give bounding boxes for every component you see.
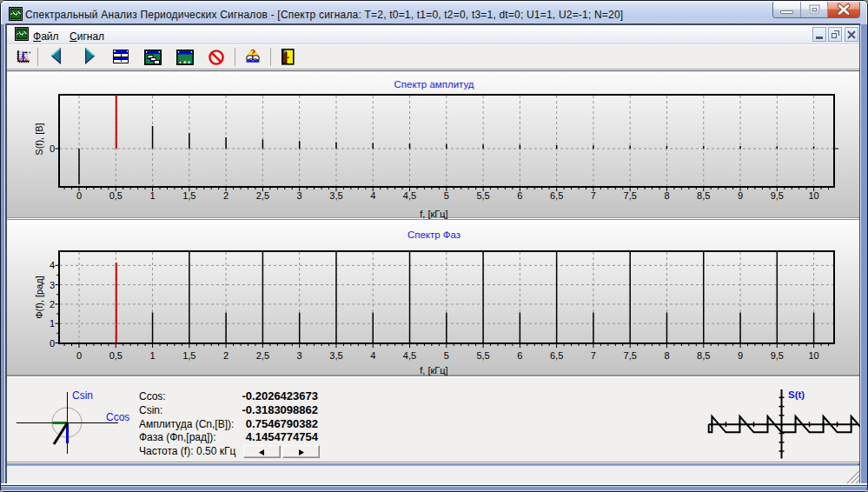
svg-text:6: 6 [517, 350, 522, 361]
svg-text:5: 5 [444, 190, 449, 201]
svg-text:6: 6 [517, 190, 522, 201]
svg-text:Csin: Csin [72, 389, 93, 402]
svg-text:5,5: 5,5 [476, 190, 489, 201]
svg-text:Ccos: Ccos [106, 411, 129, 423]
svg-text:f, [кГц]: f, [кГц] [420, 209, 447, 219]
svg-text:6,5: 6,5 [550, 190, 563, 201]
svg-text:4,5: 4,5 [403, 350, 416, 361]
svg-text:f, [кГц]: f, [кГц] [420, 365, 447, 376]
svg-text:3: 3 [297, 190, 302, 201]
svg-text:2: 2 [50, 299, 55, 309]
svg-text:7: 7 [591, 350, 596, 361]
svg-text:8,5: 8,5 [697, 350, 710, 361]
svg-text:9,5: 9,5 [771, 350, 784, 361]
svg-text:4: 4 [370, 190, 375, 201]
svg-text:S(f), [В]: S(f), [В] [34, 123, 44, 155]
svg-text:1,5: 1,5 [182, 190, 195, 201]
svg-text:8,5: 8,5 [697, 190, 710, 201]
svg-text:3,5: 3,5 [329, 190, 342, 201]
svg-text:3: 3 [297, 350, 302, 361]
svg-text:10: 10 [808, 190, 818, 201]
svg-text:0: 0 [76, 350, 82, 361]
svg-text:4: 4 [50, 260, 55, 270]
svg-text:0: 0 [76, 190, 82, 201]
svg-text:?: ? [250, 48, 255, 59]
svg-text:8: 8 [664, 190, 669, 201]
svg-text:2: 2 [223, 190, 229, 201]
svg-text:2,5: 2,5 [256, 190, 269, 201]
svg-text:7,5: 7,5 [624, 350, 637, 361]
svg-text:Спектр амплитуд: Спектр амплитуд [394, 79, 474, 90]
svg-text:0,5: 0,5 [109, 190, 123, 201]
svg-text:8: 8 [664, 350, 669, 361]
svg-text:4: 4 [370, 350, 375, 361]
svg-text:7: 7 [591, 190, 596, 201]
svg-text:1: 1 [149, 190, 155, 201]
svg-text:3,5: 3,5 [329, 350, 342, 361]
svg-text:3: 3 [50, 280, 55, 290]
svg-text:1: 1 [149, 350, 155, 361]
svg-text:1: 1 [50, 318, 55, 329]
svg-text:5,5: 5,5 [476, 350, 489, 361]
svg-text:0: 0 [50, 338, 55, 349]
svg-text:2: 2 [223, 350, 229, 361]
svg-text:2,5: 2,5 [256, 350, 269, 361]
svg-text:1,5: 1,5 [182, 350, 195, 361]
svg-text:5: 5 [444, 350, 449, 361]
svg-text:9: 9 [738, 350, 743, 361]
svg-text:Ф(f), [рад]: Ф(f), [рад] [34, 276, 44, 319]
svg-text:10: 10 [808, 350, 818, 361]
svg-text:Спектр Фаз: Спектр Фаз [407, 229, 461, 240]
svg-text:9: 9 [738, 190, 743, 201]
svg-text:0,5: 0,5 [109, 350, 123, 361]
svg-text:6,5: 6,5 [550, 350, 563, 361]
svg-text:7,5: 7,5 [624, 190, 637, 201]
svg-text:S(t): S(t) [788, 389, 805, 400]
svg-text:0: 0 [50, 143, 55, 154]
svg-text:9,5: 9,5 [771, 190, 784, 201]
svg-text:4,5: 4,5 [403, 190, 416, 201]
